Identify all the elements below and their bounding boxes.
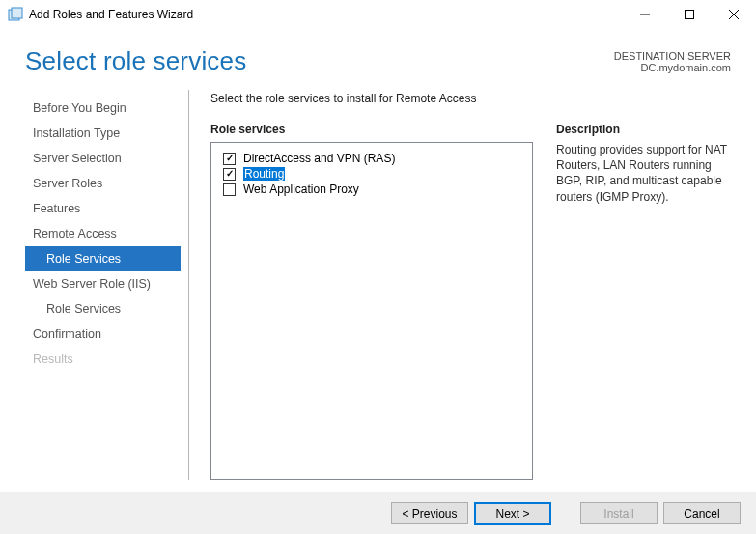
- role-service-label[interactable]: DirectAccess and VPN (RAS): [243, 152, 395, 165]
- wizard-step[interactable]: Web Server Role (IIS): [25, 271, 181, 296]
- svg-rect-1: [12, 8, 22, 18]
- destination-label: DESTINATION SERVER: [614, 50, 731, 62]
- wizard-step[interactable]: Role Services: [25, 296, 181, 322]
- titlebar: Add Roles and Features Wizard: [0, 0, 756, 29]
- main: Before You BeginInstallation TypeServer …: [0, 90, 756, 492]
- wizard-step[interactable]: Confirmation: [25, 322, 181, 347]
- destination-block: DESTINATION SERVER DC.mydomain.com: [614, 46, 731, 73]
- window-title: Add Roles and Features Wizard: [29, 8, 193, 21]
- checkbox-icon[interactable]: [223, 183, 236, 196]
- footer: < Previous Next > Install Cancel: [0, 492, 756, 534]
- install-button[interactable]: Install: [580, 502, 658, 524]
- minimize-button[interactable]: [623, 0, 667, 29]
- role-service-label[interactable]: Web Application Proxy: [243, 183, 359, 196]
- description-heading: Description: [556, 123, 731, 136]
- columns: Role services DirectAccess and VPN (RAS)…: [210, 123, 731, 480]
- role-services-column: Role services DirectAccess and VPN (RAS)…: [210, 123, 533, 480]
- wizard-step: Results: [25, 347, 181, 372]
- destination-server: DC.mydomain.com: [614, 62, 731, 73]
- svg-rect-3: [686, 11, 694, 19]
- wizard-step[interactable]: Role Services: [25, 246, 181, 271]
- cancel-button[interactable]: Cancel: [663, 502, 741, 524]
- instruction-text: Select the role services to install for …: [210, 90, 731, 123]
- checkbox-icon[interactable]: [223, 153, 236, 165]
- wizard-step[interactable]: Remote Access: [25, 221, 181, 246]
- header: Select role services DESTINATION SERVER …: [0, 29, 756, 90]
- wizard-step[interactable]: Installation Type: [25, 121, 181, 146]
- description-text: Routing provides support for NAT Routers…: [556, 142, 731, 205]
- wizard-steps-sidebar: Before You BeginInstallation TypeServer …: [25, 90, 189, 480]
- role-service-item[interactable]: Web Application Proxy: [223, 182, 520, 197]
- next-button[interactable]: Next >: [474, 502, 551, 525]
- role-services-listbox[interactable]: DirectAccess and VPN (RAS)RoutingWeb App…: [210, 142, 533, 480]
- checkbox-icon[interactable]: [223, 168, 236, 181]
- wizard-step[interactable]: Before You Begin: [25, 96, 181, 121]
- close-button[interactable]: [712, 0, 756, 29]
- role-services-heading: Role services: [210, 123, 533, 136]
- previous-button[interactable]: < Previous: [391, 502, 468, 524]
- maximize-button[interactable]: [667, 0, 712, 29]
- page-title: Select role services: [25, 46, 246, 76]
- role-service-item[interactable]: Routing: [223, 166, 520, 182]
- wizard-step[interactable]: Server Roles: [25, 171, 181, 196]
- wizard-app-icon: [8, 7, 23, 22]
- wizard-step[interactable]: Server Selection: [25, 146, 181, 171]
- role-service-label[interactable]: Routing: [243, 167, 285, 181]
- wizard-step[interactable]: Features: [25, 196, 181, 221]
- window-controls: [623, 0, 756, 29]
- role-service-item[interactable]: DirectAccess and VPN (RAS): [223, 151, 520, 166]
- content: Select the role services to install for …: [189, 90, 731, 480]
- description-column: Description Routing provides support for…: [556, 123, 731, 480]
